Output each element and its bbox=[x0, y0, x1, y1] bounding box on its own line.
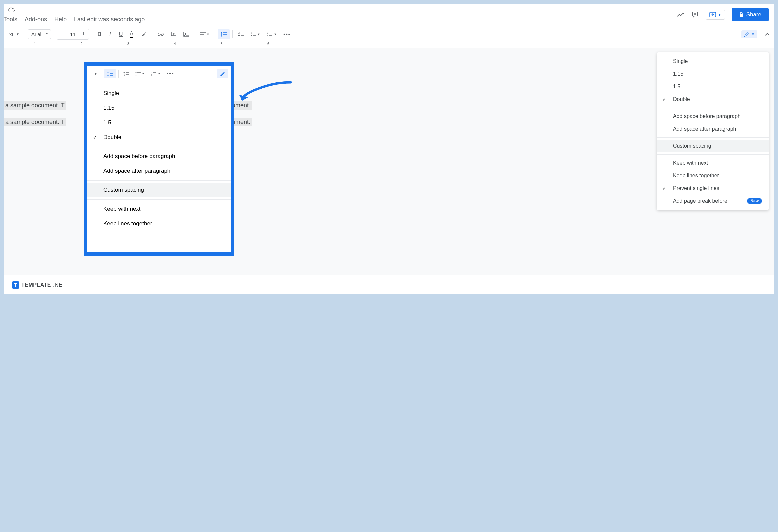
template-logo-icon: T bbox=[12, 281, 19, 289]
separator bbox=[657, 108, 769, 108]
separator bbox=[194, 30, 195, 38]
space-after-paragraph[interactable]: Add space after paragraph bbox=[657, 123, 769, 135]
font-size-stepper: − + bbox=[57, 29, 89, 40]
check-icon: ✓ bbox=[662, 96, 667, 102]
brand-suffix: .NET bbox=[53, 282, 66, 288]
editing-mode-button[interactable]: ▼ bbox=[741, 30, 757, 38]
svg-point-17 bbox=[251, 32, 252, 33]
numbered-list-button[interactable]: 12 ▼ bbox=[148, 69, 163, 78]
comment-button[interactable] bbox=[168, 29, 179, 39]
last-edit-link[interactable]: Last edit was seconds ago bbox=[74, 16, 145, 23]
space-before-paragraph[interactable]: Add space before paragraph bbox=[87, 149, 231, 164]
spacing-single[interactable]: Single bbox=[657, 55, 769, 68]
svg-point-32 bbox=[136, 75, 137, 76]
inset-toolbar: ▼ ▼ 12 ▼ ••• bbox=[87, 66, 231, 82]
underline-button[interactable]: U bbox=[116, 29, 125, 39]
increase-size-button[interactable]: + bbox=[78, 29, 89, 39]
menu-tools[interactable]: Tools bbox=[4, 16, 17, 23]
more-button[interactable]: ••• bbox=[281, 29, 293, 39]
cloud-icon bbox=[8, 7, 15, 13]
svg-rect-7 bbox=[184, 32, 189, 37]
brand-name: TEMPLATE bbox=[21, 282, 51, 288]
line-spacing-menu: Single 1.15 1.5 ✓Double Add space before… bbox=[657, 52, 769, 210]
separator bbox=[90, 82, 228, 82]
add-page-break-before[interactable]: Add page break beforeNew bbox=[657, 195, 769, 207]
ruler[interactable]: 1 2 3 4 5 6 bbox=[4, 41, 774, 48]
keep-with-next[interactable]: Keep with next bbox=[657, 157, 769, 169]
spacing-15[interactable]: 1.5 bbox=[87, 115, 231, 130]
pencil-icon[interactable] bbox=[217, 69, 228, 78]
separator bbox=[92, 30, 92, 38]
separator bbox=[118, 70, 119, 78]
separator bbox=[87, 199, 231, 200]
menu-addons[interactable]: Add-ons bbox=[25, 16, 47, 23]
line-spacing-button[interactable] bbox=[104, 69, 116, 78]
menubar: Tools Add-ons Help Last edit was seconds… bbox=[4, 14, 773, 27]
spacing-15[interactable]: 1.5 bbox=[657, 80, 769, 93]
menu-help[interactable]: Help bbox=[54, 16, 67, 23]
separator bbox=[87, 147, 231, 147]
custom-spacing[interactable]: Custom spacing bbox=[87, 183, 231, 197]
link-button[interactable] bbox=[155, 29, 167, 39]
align-button[interactable]: ▼ bbox=[198, 29, 212, 39]
separator bbox=[102, 70, 102, 78]
separator bbox=[25, 30, 25, 38]
app-frame: ▼ Share Tools Add-ons Help Last edit was… bbox=[4, 4, 774, 294]
separator bbox=[215, 30, 215, 38]
keep-lines-together[interactable]: Keep lines together bbox=[657, 169, 769, 182]
custom-spacing[interactable]: Custom spacing bbox=[657, 140, 769, 152]
separator bbox=[657, 137, 769, 138]
svg-point-30 bbox=[136, 72, 137, 73]
svg-text:2: 2 bbox=[151, 74, 152, 76]
svg-text:2: 2 bbox=[267, 35, 268, 37]
topbar: ▼ Share bbox=[4, 4, 774, 14]
spacing-115[interactable]: 1.15 bbox=[87, 101, 231, 115]
document-text: a sample document. T bbox=[4, 101, 66, 110]
italic-button[interactable]: I bbox=[105, 29, 115, 39]
bold-button[interactable]: B bbox=[95, 29, 104, 39]
toolbar: xt ▼ Arial − + B I U A ▼ bbox=[4, 27, 774, 41]
highlight-button[interactable] bbox=[138, 29, 149, 39]
line-spacing-button[interactable] bbox=[218, 29, 230, 39]
more-button[interactable]: ••• bbox=[164, 69, 177, 78]
font-size-input[interactable] bbox=[67, 29, 78, 39]
inset-spacing-menu: Single 1.15 1.5 ✓Double Add space before… bbox=[87, 83, 231, 234]
spacing-115[interactable]: 1.15 bbox=[657, 68, 769, 80]
callout-inset: ▼ ▼ 12 ▼ ••• Single 1.1 bbox=[84, 62, 234, 256]
dropdown-caret[interactable]: ▼ bbox=[91, 69, 100, 78]
separator bbox=[87, 180, 231, 181]
spacing-double[interactable]: ✓Double bbox=[87, 130, 231, 145]
check-icon: ✓ bbox=[662, 185, 667, 191]
spacing-single[interactable]: Single bbox=[87, 86, 231, 101]
annotation-arrow bbox=[237, 81, 294, 107]
keep-with-next[interactable]: Keep with next bbox=[87, 202, 231, 216]
text-color-button[interactable]: A bbox=[127, 29, 136, 39]
pencil-icon bbox=[744, 32, 749, 37]
checklist-button[interactable] bbox=[121, 69, 132, 78]
spacing-double[interactable]: ✓Double bbox=[657, 93, 769, 106]
svg-text:1: 1 bbox=[267, 32, 268, 34]
image-button[interactable] bbox=[181, 29, 192, 39]
space-before-paragraph[interactable]: Add space before paragraph bbox=[657, 110, 769, 123]
svg-text:1: 1 bbox=[151, 71, 152, 73]
separator bbox=[657, 154, 769, 155]
bullet-list-button[interactable]: ▼ bbox=[133, 69, 147, 78]
new-badge: New bbox=[747, 198, 762, 204]
styles-dropdown[interactable]: xt ▼ bbox=[7, 29, 22, 39]
keep-lines-together[interactable]: Keep lines together bbox=[87, 216, 231, 231]
prevent-single-lines[interactable]: ✓Prevent single lines bbox=[657, 182, 769, 195]
space-after-paragraph[interactable]: Add space after paragraph bbox=[87, 164, 231, 178]
numbered-list-button[interactable]: 12 ▼ bbox=[264, 29, 279, 39]
check-icon: ✓ bbox=[93, 134, 97, 141]
svg-point-19 bbox=[251, 35, 252, 36]
bullet-list-button[interactable]: ▼ bbox=[248, 29, 263, 39]
collapse-toolbar-button[interactable] bbox=[765, 33, 770, 36]
checklist-button[interactable] bbox=[235, 29, 247, 39]
separator bbox=[232, 30, 233, 38]
separator bbox=[152, 30, 152, 38]
font-select[interactable]: Arial bbox=[28, 29, 51, 39]
watermark: T TEMPLATE.NET bbox=[12, 281, 66, 289]
separator bbox=[54, 30, 54, 38]
decrease-size-button[interactable]: − bbox=[57, 29, 67, 39]
document-text: a sample document. T bbox=[4, 118, 66, 126]
